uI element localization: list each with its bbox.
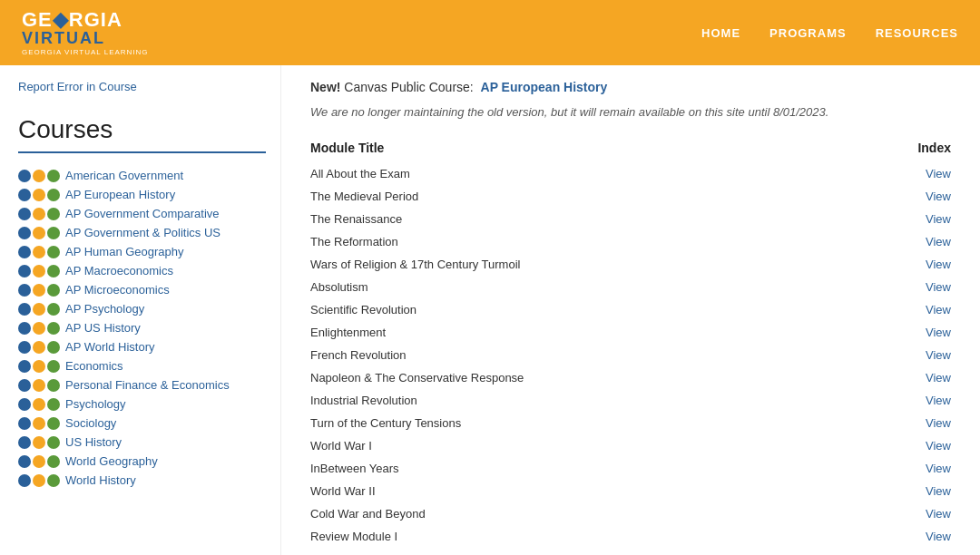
view-link[interactable]: View [926,371,951,385]
course-item[interactable]: AP World History [18,337,266,356]
module-title: Enlightenment [310,321,867,344]
course-item[interactable]: AP Microeconomics [18,280,266,299]
module-view-cell: View [867,502,951,525]
course-item[interactable]: Personal Finance & Economics [18,375,266,394]
view-link[interactable]: View [926,303,951,316]
course-link[interactable]: AP European History [481,80,608,94]
module-view-cell: View [867,321,951,344]
course-link-world-geography[interactable]: World Geography [65,454,158,468]
view-link[interactable]: View [926,212,951,226]
new-label: New! [310,80,340,94]
course-link-sociology[interactable]: Sociology [65,416,116,430]
view-link[interactable]: View [926,348,951,362]
course-icons [18,436,60,449]
course-item[interactable]: Psychology [18,394,266,414]
nav-programs[interactable]: PROGRAMS [769,26,847,40]
course-icon-blue [18,398,31,411]
course-link-ap-us-history[interactable]: AP US History [65,321,141,335]
course-icon-blue [18,360,31,373]
course-link-world-history[interactable]: World History [65,473,136,487]
course-item[interactable]: Sociology [18,414,266,433]
module-view-cell: View [867,434,951,457]
course-icon-orange [33,455,45,468]
main-nav: HOME PROGRAMS RESOURCES [701,26,958,40]
course-item[interactable]: AP Government Comparative [18,204,266,223]
course-link-ap-microeconomics[interactable]: AP Microeconomics [65,283,170,297]
course-item[interactable]: AP Human Geography [18,242,266,261]
course-link-personal-finance-&-economics[interactable]: Personal Finance & Economics [65,378,230,392]
course-icon-blue [18,341,31,354]
course-link-american-government[interactable]: American Government [65,169,183,182]
course-link-us-history[interactable]: US History [65,435,122,449]
course-link-psychology[interactable]: Psychology [65,397,125,411]
course-item[interactable]: AP US History [18,318,266,337]
courses-title: Courses [18,115,266,144]
view-link[interactable]: View [926,235,951,248]
logo-text: GE◆RGIA [22,10,122,30]
course-link-ap-psychology[interactable]: AP Psychology [65,302,144,316]
course-item[interactable]: American Government [18,166,266,185]
module-view-cell: View [867,298,951,321]
course-icon-blue [18,265,31,278]
module-title: The Medieval Period [310,185,867,208]
course-link-economics[interactable]: Economics [65,359,123,373]
view-link[interactable]: View [926,507,951,521]
module-title: Scientific Revolution [310,298,867,321]
course-item[interactable]: AP Macroeconomics [18,261,266,280]
page-header: GE◆RGIA VIRTUAL GEORGIA VIRTUAL LEARNING… [0,0,980,65]
table-row: Scientific RevolutionView [310,298,951,321]
course-icon-orange [33,265,45,278]
view-link[interactable]: View [926,258,951,271]
module-view-cell: View [867,230,951,253]
module-view-cell: View [867,412,951,434]
table-row: Industrial RevolutionView [310,389,951,412]
course-icon-blue [18,417,31,430]
report-error-link[interactable]: Report Error in Course [18,80,266,93]
view-link[interactable]: View [926,530,951,543]
course-item[interactable]: AP Government & Politics US [18,223,266,242]
view-link[interactable]: View [926,326,951,339]
view-link[interactable]: View [926,167,951,180]
course-icon-green [47,189,60,201]
view-link[interactable]: View [926,484,951,498]
nav-home[interactable]: HOME [701,26,740,40]
course-item[interactable]: AP Psychology [18,299,266,318]
main-container: Report Error in Course Courses American … [0,65,980,555]
course-icon-green [47,170,60,182]
course-link-ap-european-history[interactable]: AP European History [65,188,175,201]
course-icon-orange [33,227,45,239]
table-row: The Medieval PeriodView [310,185,951,208]
module-title: World War II [310,480,867,502]
course-link-ap-human-geography[interactable]: AP Human Geography [65,245,184,258]
course-item[interactable]: Economics [18,356,266,375]
course-icon-blue [18,189,31,201]
table-row: Napoleon & The Conservative ResponseView [310,366,951,389]
view-link[interactable]: View [926,462,951,475]
course-link-ap-world-history[interactable]: AP World History [65,340,155,354]
maintenance-note: We are no longer maintaining the old ver… [310,105,951,119]
course-link-ap-government-&-politics-us[interactable]: AP Government & Politics US [65,226,220,239]
course-link-ap-government-comparative[interactable]: AP Government Comparative [65,207,220,220]
course-icons [18,265,60,278]
module-view-cell: View [867,253,951,276]
module-title: All About the Exam [310,162,867,185]
course-icon-blue [18,284,31,297]
view-link[interactable]: View [926,280,951,294]
course-item[interactable]: World Geography [18,452,266,471]
course-icons [18,284,60,297]
course-link-ap-macroeconomics[interactable]: AP Macroeconomics [65,264,173,278]
course-icon-orange [33,417,45,430]
view-link[interactable]: View [926,190,951,203]
module-title: Napoleon & The Conservative Response [310,366,867,389]
course-item[interactable]: US History [18,433,266,452]
view-link[interactable]: View [926,439,951,453]
course-icon-orange [33,246,45,258]
course-item[interactable]: AP European History [18,185,266,204]
view-link[interactable]: View [926,416,951,430]
course-item[interactable]: World History [18,471,266,490]
module-view-cell: View [867,162,951,185]
course-icon-orange [33,360,45,373]
logo-virtual: VIRTUAL [22,30,105,46]
view-link[interactable]: View [926,394,951,407]
nav-resources[interactable]: RESOURCES [876,26,958,40]
